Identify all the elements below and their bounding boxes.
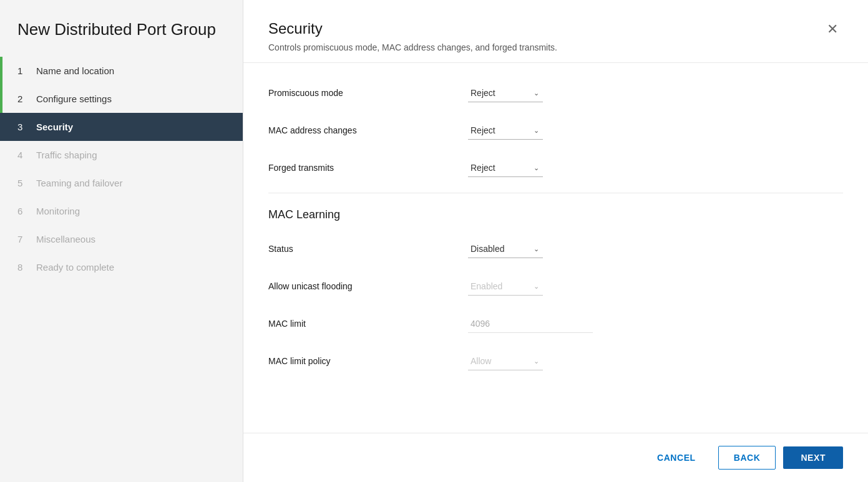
sidebar-step-1[interactable]: 1Name and location (0, 57, 243, 85)
unicast-flooding-label: Allow unicast flooding (268, 281, 468, 291)
mac-limit-row: MAC limit (268, 311, 843, 336)
step-label-7: Miscellaneous (36, 234, 95, 244)
close-button[interactable]: ✕ (822, 20, 843, 39)
mac-limit-policy-row: MAC limit policy Allow Drop ⌄ (268, 349, 843, 374)
status-label: Status (268, 244, 468, 254)
step-number-7: 7 (17, 234, 29, 244)
sidebar-step-2[interactable]: 2Configure settings (0, 85, 243, 113)
mac-limit-policy-select: Allow Drop (468, 352, 543, 370)
step-label-5: Teaming and failover (36, 178, 122, 188)
step-number-2: 2 (17, 94, 29, 104)
next-button[interactable]: NEXT (783, 446, 843, 469)
mac-learning-title: MAC Learning (268, 208, 843, 221)
forged-transmits-row: Forged transmits Reject Accept ⌄ (268, 155, 843, 180)
cancel-button[interactable]: CANCEL (642, 446, 711, 469)
step-label-1: Name and location (36, 65, 114, 76)
forged-transmits-label: Forged transmits (268, 163, 468, 173)
sidebar-step-6: 6Monitoring (0, 197, 243, 225)
mac-address-changes-select[interactable]: Reject Accept (468, 122, 543, 140)
step-number-5: 5 (17, 178, 29, 188)
step-number-4: 4 (17, 150, 29, 160)
step-number-6: 6 (17, 206, 29, 216)
dialog-title: New Distributed Port Group (0, 0, 243, 57)
step-label-2: Configure settings (36, 94, 112, 104)
unicast-flooding-row: Allow unicast flooding Enabled Disabled … (268, 274, 843, 299)
dialog: New Distributed Port Group 1Name and loc… (0, 0, 868, 482)
back-button[interactable]: BACK (718, 446, 776, 470)
main-subtitle: Controls promiscuous mode, MAC address c… (268, 42, 557, 52)
mac-limit-input (468, 315, 593, 333)
unicast-flooding-control: Enabled Disabled ⌄ (468, 277, 543, 296)
step-label-4: Traffic shaping (36, 150, 97, 160)
sidebar-step-7: 7Miscellaneous (0, 225, 243, 253)
main-title: Security (268, 20, 557, 37)
step-label-6: Monitoring (36, 206, 80, 216)
mac-limit-policy-control: Allow Drop ⌄ (468, 352, 543, 370)
main-content: Security Controls promiscuous mode, MAC … (243, 0, 868, 482)
sidebar-step-3[interactable]: 3Security (0, 113, 243, 141)
forged-transmits-control[interactable]: Reject Accept ⌄ (468, 159, 543, 177)
sidebar-step-5: 5Teaming and failover (0, 169, 243, 197)
step-label-3: Security (36, 122, 73, 132)
mac-address-changes-label: MAC address changes (268, 125, 468, 135)
sidebar-step-4: 4Traffic shaping (0, 141, 243, 169)
unicast-flooding-select: Enabled Disabled (468, 277, 543, 296)
mac-address-changes-row: MAC address changes Reject Accept ⌄ (268, 118, 843, 143)
sidebar-step-8: 8Ready to complete (0, 253, 243, 281)
promiscuous-mode-control[interactable]: Reject Accept ⌄ (468, 84, 543, 102)
promiscuous-mode-row: Promiscuous mode Reject Accept ⌄ (268, 80, 843, 105)
footer: CANCEL BACK NEXT (243, 433, 868, 482)
mac-limit-label: MAC limit (268, 319, 468, 329)
promiscuous-mode-label: Promiscuous mode (268, 88, 468, 98)
status-control[interactable]: Disabled Enabled ⌄ (468, 240, 543, 258)
sidebar-steps: 1Name and location2Configure settings3Se… (0, 57, 243, 281)
step-label-8: Ready to complete (36, 262, 114, 272)
step-number-8: 8 (17, 262, 29, 272)
section-divider (268, 193, 843, 193)
promiscuous-mode-select[interactable]: Reject Accept (468, 84, 543, 102)
form-content: Promiscuous mode Reject Accept ⌄ MAC add… (243, 63, 868, 433)
forged-transmits-select[interactable]: Reject Accept (468, 159, 543, 177)
main-header: Security Controls promiscuous mode, MAC … (243, 0, 868, 63)
sidebar: New Distributed Port Group 1Name and loc… (0, 0, 243, 482)
mac-limit-policy-label: MAC limit policy (268, 356, 468, 366)
status-row: Status Disabled Enabled ⌄ (268, 236, 843, 261)
step-number-3: 3 (17, 122, 29, 132)
step-number-1: 1 (17, 65, 29, 76)
status-select[interactable]: Disabled Enabled (468, 240, 543, 258)
mac-address-changes-control[interactable]: Reject Accept ⌄ (468, 122, 543, 140)
